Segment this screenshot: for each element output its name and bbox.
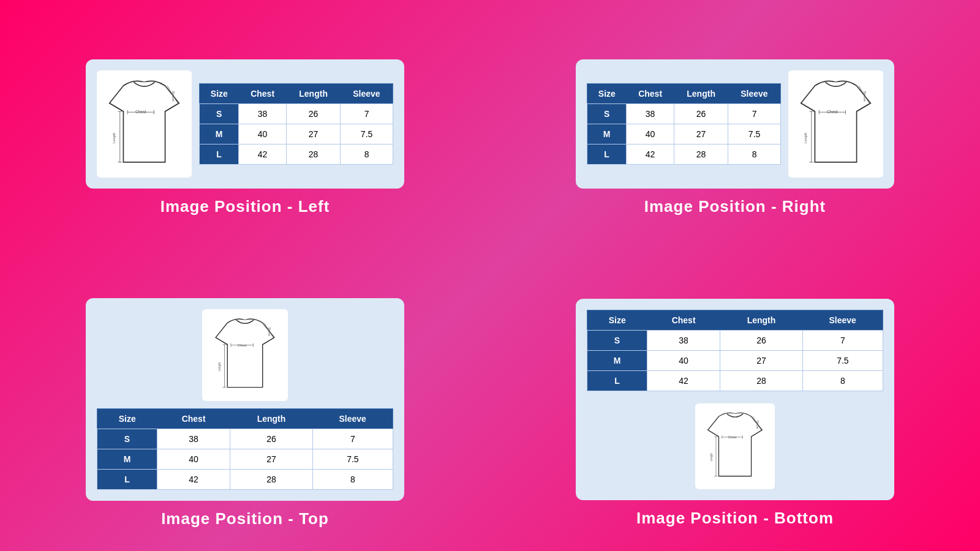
shirt-image-left: Chest Length Sleeve [97, 70, 192, 178]
svg-text:Sleeve: Sleeve [268, 327, 271, 336]
table-row: M40277.5 [587, 124, 781, 144]
th-sleeve: Sleeve [728, 84, 781, 104]
size-table-right: Size Chest Length Sleeve S38267 M40277.5… [587, 83, 781, 165]
quadrant-bottom-left: Chest Length Sleeve Size [0, 276, 490, 551]
th-length: Length [720, 310, 803, 331]
svg-text:Length: Length [710, 452, 713, 461]
card-bottom-left: Chest Length Sleeve Size [86, 298, 404, 501]
svg-text:Length: Length [218, 362, 221, 372]
table-row: L42288 [97, 470, 393, 490]
size-table-top: Size Chest Length Sleeve S38267 M40277.5… [97, 408, 393, 490]
card-bottom-right: Size Chest Length Sleeve S38267 M40277.5… [576, 299, 894, 500]
shirt-image-right: Chest Length Sleeve [788, 70, 883, 178]
card-top-left: Chest Length Sleeve [86, 59, 404, 189]
svg-text:Length: Length [112, 133, 116, 143]
th-length: Length [674, 84, 728, 104]
table-row: S38267 [200, 104, 393, 124]
quadrant-bottom-right: Size Chest Length Sleeve S38267 M40277.5… [490, 276, 980, 551]
table-row: S38267 [587, 331, 883, 351]
th-length: Length [230, 409, 313, 429]
table-row: L42288 [587, 144, 781, 165]
quadrant-top-left: Chest Length Sleeve [0, 0, 490, 276]
th-size: Size [200, 84, 239, 104]
th-chest: Chest [627, 84, 674, 104]
table-row: L42288 [587, 371, 883, 391]
card-inner-bottom: Size Chest Length Sleeve S38267 M40277.5… [587, 310, 883, 489]
caption-top-left: Image Position - Left [160, 197, 330, 216]
th-size: Size [587, 310, 647, 331]
table-row: M40277.5 [200, 124, 393, 144]
table-row: M40277.5 [97, 449, 393, 470]
th-chest: Chest [239, 84, 287, 104]
th-length: Length [287, 84, 341, 104]
shirt-image-top: Chest Length Sleeve [202, 309, 288, 401]
card-inner-right: Chest Length Sleeve Size [587, 70, 883, 178]
svg-text:Sleeve: Sleeve [756, 421, 759, 429]
shirt-image-bottom: Chest Length Sleeve [695, 403, 775, 489]
th-chest: Chest [157, 409, 230, 429]
th-sleeve: Sleeve [802, 310, 883, 331]
caption-bottom-left: Image Position - Top [161, 509, 329, 528]
caption-top-right: Image Position - Right [644, 197, 826, 216]
size-table-bottom: Size Chest Length Sleeve S38267 M40277.5… [587, 310, 883, 391]
size-table-left: Size Chest Length Sleeve S38267 M40277.5 [199, 83, 393, 165]
th-sleeve: Sleeve [341, 84, 393, 104]
card-top-right: Chest Length Sleeve Size [576, 59, 894, 189]
card-inner-left: Chest Length Sleeve [97, 70, 393, 178]
th-size: Size [97, 409, 157, 429]
svg-text:Length: Length [804, 133, 807, 143]
card-inner-top: Chest Length Sleeve Size [97, 309, 393, 490]
table-row: S38267 [587, 104, 781, 124]
table-row: M40277.5 [587, 351, 883, 371]
caption-bottom-right: Image Position - Bottom [636, 509, 834, 528]
th-size: Size [587, 84, 627, 104]
table-row: S38267 [97, 429, 393, 449]
th-sleeve: Sleeve [312, 409, 393, 429]
table-row: L42288 [200, 144, 393, 165]
th-chest: Chest [647, 310, 720, 331]
quadrant-top-right: Chest Length Sleeve Size [490, 0, 980, 276]
